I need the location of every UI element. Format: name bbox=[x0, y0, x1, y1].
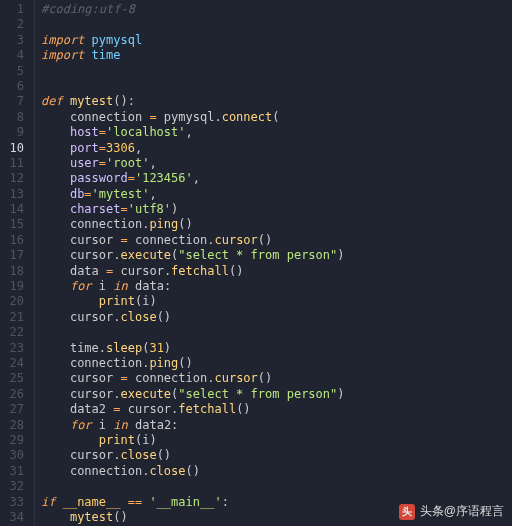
code-line[interactable]: host='localhost', bbox=[41, 125, 512, 140]
code-line[interactable]: connection = pymysql.connect( bbox=[41, 110, 512, 125]
line-number: 28 bbox=[6, 418, 24, 433]
line-number: 16 bbox=[6, 233, 24, 248]
code-editor[interactable]: 1234567891011121314151617181920212223242… bbox=[0, 0, 512, 526]
line-number: 20 bbox=[6, 294, 24, 309]
code-line[interactable]: for i in data2: bbox=[41, 418, 512, 433]
line-number-gutter: 1234567891011121314151617181920212223242… bbox=[0, 0, 34, 526]
code-line[interactable]: cursor = connection.cursor() bbox=[41, 233, 512, 248]
code-line[interactable]: charset='utf8') bbox=[41, 202, 512, 217]
line-number: 14 bbox=[6, 202, 24, 217]
line-number: 33 bbox=[6, 495, 24, 510]
line-number: 7 bbox=[6, 94, 24, 109]
code-line[interactable]: #coding:utf-8 bbox=[41, 2, 512, 17]
code-line[interactable]: for i in data: bbox=[41, 279, 512, 294]
code-line[interactable]: import time bbox=[41, 48, 512, 63]
line-number: 9 bbox=[6, 125, 24, 140]
line-number: 31 bbox=[6, 464, 24, 479]
line-number: 13 bbox=[6, 187, 24, 202]
code-line[interactable]: port=3306, bbox=[41, 141, 512, 156]
code-line[interactable]: import pymysql bbox=[41, 33, 512, 48]
code-line[interactable]: connection.ping() bbox=[41, 217, 512, 232]
line-number: 1 bbox=[6, 2, 24, 17]
line-number: 8 bbox=[6, 110, 24, 125]
line-number: 17 bbox=[6, 248, 24, 263]
watermark-text: 头条@序语程言 bbox=[420, 503, 504, 520]
watermark: 头 头条@序语程言 bbox=[399, 503, 504, 520]
code-line[interactable]: connection.ping() bbox=[41, 356, 512, 371]
code-line[interactable]: def mytest(): bbox=[41, 94, 512, 109]
code-line[interactable]: data2 = cursor.fetchall() bbox=[41, 402, 512, 417]
line-number: 29 bbox=[6, 433, 24, 448]
line-number: 4 bbox=[6, 48, 24, 63]
code-line[interactable]: data = cursor.fetchall() bbox=[41, 264, 512, 279]
code-line[interactable]: cursor.execute("select * from person") bbox=[41, 248, 512, 263]
line-number: 27 bbox=[6, 402, 24, 417]
code-line[interactable]: print(i) bbox=[41, 294, 512, 309]
line-number: 26 bbox=[6, 387, 24, 402]
code-line[interactable]: cursor = connection.cursor() bbox=[41, 371, 512, 386]
code-line[interactable]: cursor.execute("select * from person") bbox=[41, 387, 512, 402]
line-number: 5 bbox=[6, 64, 24, 79]
line-number: 6 bbox=[6, 79, 24, 94]
line-number: 18 bbox=[6, 264, 24, 279]
line-number: 2 bbox=[6, 17, 24, 32]
toutiao-logo-icon: 头 bbox=[399, 504, 415, 520]
code-line[interactable] bbox=[41, 479, 512, 494]
line-number: 21 bbox=[6, 310, 24, 325]
line-number: 19 bbox=[6, 279, 24, 294]
line-number: 10 bbox=[6, 141, 24, 156]
line-number: 3 bbox=[6, 33, 24, 48]
code-line[interactable]: time.sleep(31) bbox=[41, 341, 512, 356]
code-line[interactable]: user='root', bbox=[41, 156, 512, 171]
line-number: 30 bbox=[6, 448, 24, 463]
line-number: 22 bbox=[6, 325, 24, 340]
line-number: 32 bbox=[6, 479, 24, 494]
code-area[interactable]: #coding:utf-8 import pymysqlimport time … bbox=[34, 0, 512, 526]
line-number: 12 bbox=[6, 171, 24, 186]
line-number: 23 bbox=[6, 341, 24, 356]
code-line[interactable]: connection.close() bbox=[41, 464, 512, 479]
line-number: 24 bbox=[6, 356, 24, 371]
line-number: 11 bbox=[6, 156, 24, 171]
code-line[interactable] bbox=[41, 17, 512, 32]
line-number: 34 bbox=[6, 510, 24, 525]
code-line[interactable]: cursor.close() bbox=[41, 310, 512, 325]
line-number: 25 bbox=[6, 371, 24, 386]
line-number: 15 bbox=[6, 217, 24, 232]
code-line[interactable]: password='123456', bbox=[41, 171, 512, 186]
code-line[interactable]: print(i) bbox=[41, 433, 512, 448]
code-line[interactable] bbox=[41, 325, 512, 340]
code-line[interactable]: cursor.close() bbox=[41, 448, 512, 463]
code-line[interactable] bbox=[41, 64, 512, 79]
code-line[interactable] bbox=[41, 79, 512, 94]
code-line[interactable]: db='mytest', bbox=[41, 187, 512, 202]
